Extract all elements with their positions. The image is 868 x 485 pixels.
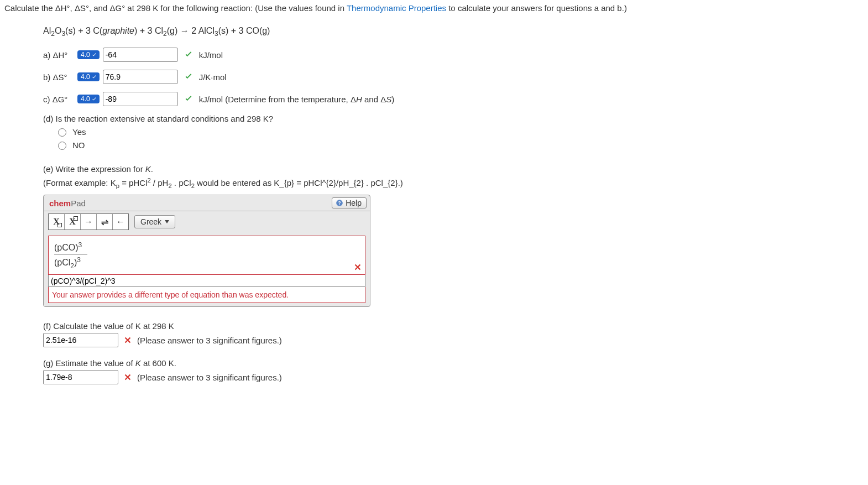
chempad-help-button[interactable]: ? Help (332, 197, 367, 208)
part-d-question: (d) Is the reaction extensive at standar… (43, 114, 868, 123)
subscript-button[interactable]: X (49, 214, 65, 230)
part-d-radio-no[interactable] (58, 142, 66, 150)
chempad-widget: chemPad ? Help X X → ⇌ ← Greek (43, 195, 370, 307)
part-b-score: 4.0 (81, 73, 90, 81)
part-c-input[interactable] (103, 92, 178, 106)
chempad-help-label: Help (346, 199, 362, 207)
part-c-label: c) ΔG° (43, 95, 77, 104)
part-e-prompt: (e) Write the expression for K. (43, 164, 868, 174)
chempad-title: chemPad (49, 199, 86, 208)
part-a-label: a) ΔH° (43, 50, 77, 60)
question-intro: Calculate the ΔH°, ΔS°, and ΔG° at 298 K… (4, 3, 868, 13)
part-e-format: (Format example: Kp = pHCl2 / pH2 . pCl2… (43, 177, 868, 189)
part-a-row: a) ΔH° 4.0 kJ/mol (43, 48, 868, 62)
chempad-feedback: Your answer provides a different type of… (48, 287, 365, 303)
part-d-label-yes: Yes (72, 127, 86, 137)
part-b-input[interactable] (103, 70, 178, 84)
part-f-prompt: (f) Calculate the value of K at 298 K (43, 321, 868, 331)
chempad-toolbar: X X → ⇌ ← Greek (44, 211, 370, 233)
chempad-title-pad: Pad (71, 199, 86, 208)
badge-check-icon (91, 74, 97, 80)
part-f-input[interactable] (43, 333, 118, 347)
svg-text:?: ? (338, 201, 341, 206)
check-icon (184, 72, 194, 82)
chempad-raw-input[interactable] (48, 275, 365, 287)
chevron-down-icon (165, 220, 169, 223)
reaction-equation: Al2O3(s) + 3 C(graphite) + 3 Cl2(g) → 2 … (43, 26, 868, 38)
part-c-score: 4.0 (81, 95, 90, 103)
part-a-unit: kJ/mol (199, 50, 223, 60)
chempad-title-chem: chem (49, 199, 71, 208)
part-b-unit: J/K·mol (199, 72, 227, 82)
part-b-row: b) ΔS° 4.0 J/K·mol (43, 70, 868, 84)
check-icon (184, 50, 194, 60)
part-a-input[interactable] (103, 48, 178, 62)
part-b-score-badge: 4.0 (77, 72, 100, 81)
rendered-denominator: (pCl2)3 (54, 254, 360, 272)
back-arrow-button[interactable]: ← (113, 214, 128, 230)
x-icon (353, 262, 363, 272)
greek-dropdown[interactable]: Greek (134, 215, 175, 228)
part-d-radio-yes[interactable] (58, 128, 66, 137)
part-c-unit: kJ/mol (Determine from the temperature, … (199, 95, 395, 104)
superscript-button[interactable]: X (65, 214, 81, 230)
rendered-numerator: (pCO)3 (54, 239, 360, 253)
thermo-properties-link[interactable]: Thermodynamic Properties (347, 3, 446, 13)
x-icon (123, 335, 133, 345)
forward-arrow-button[interactable]: → (81, 214, 97, 230)
part-c-score-badge: 4.0 (77, 95, 100, 103)
part-a-score-badge: 4.0 (77, 50, 100, 59)
help-icon: ? (336, 199, 343, 207)
equilibrium-arrow-button[interactable]: ⇌ (97, 214, 113, 230)
badge-check-icon (91, 96, 97, 102)
badge-check-icon (91, 52, 97, 58)
x-icon (123, 372, 133, 382)
part-d-option-yes-row: Yes (55, 127, 868, 137)
chempad-rendered-area[interactable]: (pCO)3 (pCl2)3 (48, 236, 365, 275)
part-g-prompt: (g) Estimate the value of K at 600 K. (43, 358, 868, 368)
part-d-option-no-row: NO (55, 140, 868, 150)
greek-label: Greek (140, 217, 161, 226)
part-g-hint: (Please answer to 3 significant figures.… (137, 373, 282, 382)
part-b-label: b) ΔS° (43, 72, 77, 82)
intro-pre: Calculate the ΔH°, ΔS°, and ΔG° at 298 K… (4, 3, 347, 13)
part-c-row: c) ΔG° 4.0 kJ/mol (Determine from the te… (43, 92, 868, 106)
part-d-label-no: NO (72, 140, 85, 150)
intro-post: to calculate your answers for questions … (448, 3, 627, 13)
part-f-hint: (Please answer to 3 significant figures.… (137, 336, 282, 345)
part-a-score: 4.0 (81, 51, 90, 59)
check-icon (184, 94, 194, 104)
chempad-format-group: X X → ⇌ ← (48, 213, 129, 230)
part-g-input[interactable] (43, 370, 118, 384)
